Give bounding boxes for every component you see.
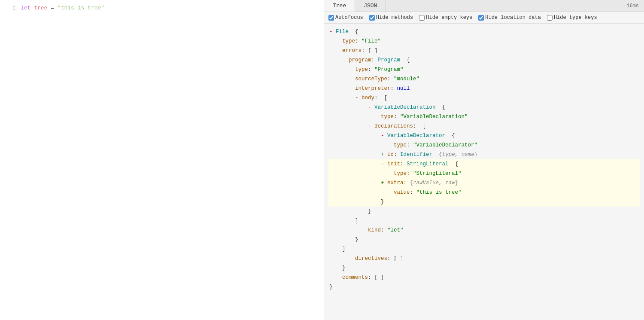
tree-node-vardecl: - VariableDeclaration { [328, 103, 640, 112]
var-tree: tree [34, 5, 47, 11]
tree-close-vardeclarator: } [328, 207, 640, 216]
tree-prop-value: value: "this is tree" [328, 188, 640, 197]
option-autofocus[interactable]: Autofocus [328, 15, 363, 21]
tree-node-extra: + extra: {rawValue, raw} [328, 178, 640, 188]
checkbox-hide-empty[interactable] [419, 15, 425, 21]
ast-viewer: Tree JSON 16ms Autofocus Hide methods Hi… [324, 0, 644, 320]
line-number: 1 [5, 3, 15, 13]
option-hide-type-label: Hide type keys [554, 15, 597, 21]
tree-prop-directives: directives: [ ] [328, 254, 640, 263]
tree-node-body: - body: [ [328, 93, 640, 103]
tab-tree[interactable]: Tree [324, 0, 355, 12]
tree-prop-type-stringlit: type: "StringLiteral" [328, 169, 640, 178]
tabs-bar: Tree JSON 16ms [324, 0, 644, 12]
checkbox-hide-location[interactable] [478, 15, 484, 21]
tree-close-declarations: ] [328, 216, 640, 226]
tree-prop-errors: errors: [ ] [328, 46, 640, 55]
tree-node-program: - program: Program { [328, 55, 640, 65]
option-hide-type[interactable]: Hide type keys [547, 15, 597, 21]
tree-close-body: ] [328, 244, 640, 254]
code-line-1: 1 let tree = "this is tree" [0, 3, 324, 13]
code-editor: 1 let tree = "this is tree" [0, 0, 324, 320]
option-hide-empty-label: Hide empty keys [426, 15, 472, 21]
option-hide-location-label: Hide location data [485, 15, 541, 21]
equals-op: = [51, 5, 54, 11]
string-value: "this is tree" [58, 5, 104, 11]
code-content: let tree = "this is tree" [21, 3, 104, 13]
options-bar: Autofocus Hide methods Hide empty keys H… [324, 12, 644, 24]
tree-prop-kind: kind: "let" [328, 226, 640, 235]
tab-json[interactable]: JSON [355, 0, 386, 12]
option-hide-empty[interactable]: Hide empty keys [419, 15, 472, 21]
tree-close-program: } [328, 263, 640, 273]
keyword-let: let [21, 5, 30, 11]
tree-prop-type-vardeclarator: type: "VariableDeclarator" [328, 140, 640, 150]
tab-json-label: JSON [364, 3, 377, 9]
tree-node-vardeclarator: - VariableDeclarator { [328, 131, 640, 140]
tree-close-stringlit: } [328, 197, 640, 207]
tree-prop-interpreter: interpreter: null [328, 84, 640, 93]
tree-content: - File { type: "File" errors: [ ] - prog… [324, 24, 644, 320]
option-hide-methods[interactable]: Hide methods [369, 15, 413, 21]
tree-node-id: + id: Identifier {type, name} [328, 150, 640, 159]
tree-prop-type-program: type: "Program" [328, 65, 640, 74]
render-time: 16ms [626, 3, 644, 9]
tree-prop-sourcetype: sourceType: "module" [328, 74, 640, 84]
tree-node-declarations: - declarations: [ [328, 122, 640, 131]
tree-node-file: - File { [328, 27, 640, 37]
option-autofocus-label: Autofocus [335, 15, 363, 21]
tree-node-init: - init: StringLiteral { [328, 159, 640, 169]
option-hide-location[interactable]: Hide location data [478, 15, 541, 21]
tree-prop-type-file: type: "File" [328, 37, 640, 46]
tree-prop-type-vardecl: type: "VariableDeclaration" [328, 112, 640, 122]
checkbox-hide-type[interactable] [547, 15, 553, 21]
tree-close-vardecl: } [328, 235, 640, 244]
option-hide-methods-label: Hide methods [376, 15, 413, 21]
checkbox-hide-methods[interactable] [369, 15, 375, 21]
tab-tree-label: Tree [333, 3, 346, 9]
checkbox-autofocus[interactable] [328, 15, 334, 21]
tree-prop-comments: comments: [ ] [328, 273, 640, 282]
tree-close-file: } [328, 282, 640, 292]
